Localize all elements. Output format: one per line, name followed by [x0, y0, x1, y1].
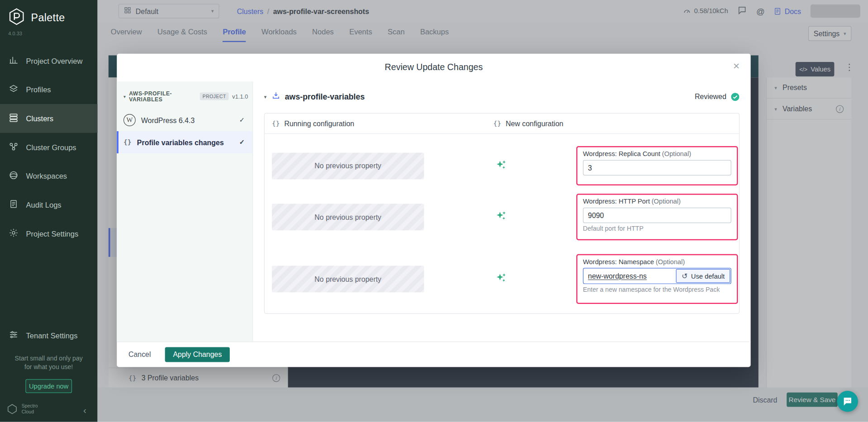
close-icon[interactable]: ×	[733, 60, 740, 72]
cancel-button[interactable]: Cancel	[128, 351, 151, 359]
sidebar-item-project-settings[interactable]: Project Settings	[0, 219, 97, 248]
use-default-button[interactable]: ↺ Use default	[676, 269, 730, 283]
sidebar-nav: Project Overview Profiles Clusters Clust…	[0, 47, 97, 248]
tree-item-label: Profile variables changes	[137, 138, 224, 146]
pack-title: aws-profile-variables	[285, 92, 365, 101]
upgrade-now-button[interactable]: Upgrade now	[25, 379, 72, 393]
use-default-label: Use default	[691, 272, 725, 280]
modal-profile-tree: ▾ AWS-PROFILE-VARIABLES PROJECT v1.1.0 W…	[117, 81, 253, 341]
profiles-icon	[9, 84, 19, 95]
running-configuration-column: {} Running configuration	[265, 119, 493, 128]
chat-bubble-icon	[842, 396, 853, 407]
palette-logo-icon	[8, 8, 25, 28]
spectro-cloud-brand: Spectro Cloud	[7, 403, 38, 415]
profile-version: v1.1.0	[232, 93, 248, 100]
tree-item-label: WordPress 6.4.3	[141, 116, 194, 124]
http-port-input[interactable]	[583, 208, 731, 223]
replica-count-input[interactable]	[583, 160, 731, 175]
namespace-input-group: ↺ Use default	[583, 268, 731, 284]
audit-logs-icon	[9, 199, 19, 210]
project-settings-gear-icon	[9, 228, 19, 239]
undo-icon: ↺	[682, 272, 688, 280]
review-update-changes-modal: Review Update Changes × ▾ AWS-PROFILE-VA…	[117, 54, 750, 367]
help-chat-button[interactable]	[837, 391, 859, 412]
clusters-icon	[9, 113, 19, 124]
new-configuration-column: {} New configuration	[493, 119, 563, 128]
change-row-http-port: No previous property Wordpress: HTTP Por…	[272, 194, 739, 240]
sidebar-item-label: Project Overview	[26, 57, 83, 65]
sidebar-item-project-overview[interactable]: Project Overview	[0, 47, 97, 76]
check-icon: ✓	[239, 116, 245, 124]
sidebar-item-workspaces[interactable]: Workspaces	[0, 161, 97, 190]
new-value-sparkle-icon	[495, 210, 507, 224]
sidebar-item-label: Tenant Settings	[26, 332, 78, 340]
no-previous-property-box: No previous property	[272, 152, 424, 179]
helper-text: Enter a new namespace for the Wordpress …	[583, 286, 731, 293]
sidebar: Palette 4.0.33 Project Overview Profiles	[0, 0, 97, 422]
palette-logo: Palette	[0, 0, 97, 29]
sidebar-item-cluster-groups[interactable]: Cluster Groups	[0, 133, 97, 162]
sidebar-item-audit-logs[interactable]: Audit Logs	[0, 190, 97, 219]
variable-label: Wordpress: Replica Count(Optional)	[583, 150, 731, 158]
scope-badge: PROJECT	[200, 92, 229, 100]
no-previous-property-box: No previous property	[272, 204, 424, 230]
project-overview-icon	[9, 55, 19, 66]
modal-header: Review Update Changes ×	[117, 54, 750, 81]
modal-body: ▾ AWS-PROFILE-VARIABLES PROJECT v1.1.0 W…	[117, 81, 750, 341]
pack-header: ▾ aws-profile-variables Reviewed	[264, 91, 740, 102]
tree-item-wordpress[interactable]: W WordPress 6.4.3 ✓	[117, 109, 252, 131]
modal-title: Review Update Changes	[385, 62, 483, 72]
sidebar-item-profiles[interactable]: Profiles	[0, 75, 97, 104]
profile-name: AWS-PROFILE-VARIABLES	[129, 90, 196, 102]
configuration-columns-header: {} Running configuration {} New configur…	[265, 114, 739, 134]
new-variable-replica-count: Wordpress: Replica Count(Optional)	[576, 146, 738, 185]
reviewed-status: Reviewed	[695, 92, 740, 101]
reviewed-label: Reviewed	[695, 92, 726, 100]
new-variable-http-port: Wordpress: HTTP Port(Optional) Default p…	[576, 194, 738, 240]
app-title: Palette	[31, 12, 65, 24]
workspaces-icon	[9, 171, 19, 181]
change-row-replica-count: No previous property Wordpress: Replica …	[272, 146, 739, 185]
change-row-namespace: No previous property Wordpress: Namespac…	[272, 254, 739, 304]
braces-icon: {}	[493, 119, 501, 127]
sidebar-item-label: Profiles	[26, 85, 51, 94]
variable-label: Wordpress: Namespace(Optional)	[583, 258, 731, 266]
tree-item-profile-variables[interactable]: {} Profile variables changes ✓	[117, 131, 252, 153]
new-value-sparkle-icon	[495, 272, 507, 286]
variable-label: Wordpress: HTTP Port(Optional)	[583, 198, 731, 205]
profile-tree-header[interactable]: ▾ AWS-PROFILE-VARIABLES PROJECT v1.1.0	[117, 86, 252, 109]
upgrade-promo-text: Start small and only pay for what you us…	[0, 354, 97, 371]
braces-icon: {}	[272, 119, 280, 127]
chevron-down-icon[interactable]: ▾	[264, 94, 267, 99]
wordpress-icon: W	[123, 114, 136, 126]
check-circle-icon	[731, 92, 740, 101]
sidebar-item-label: Clusters	[26, 114, 54, 123]
braces-icon: {}	[123, 138, 132, 146]
new-value-sparkle-icon	[495, 159, 507, 173]
tenant-settings-sliders-icon	[9, 330, 19, 341]
sidebar-item-tenant-settings[interactable]: Tenant Settings	[0, 321, 97, 350]
app-version: 4.0.33	[0, 29, 97, 40]
modal-footer: Cancel Apply Changes	[117, 341, 750, 367]
check-icon: ✓	[239, 138, 245, 146]
helper-text: Default port for HTTP	[583, 225, 731, 232]
sidebar-item-label: Cluster Groups	[26, 143, 76, 151]
no-previous-property-box: No previous property	[272, 266, 424, 292]
sidebar-item-label: Workspaces	[26, 172, 67, 180]
sidebar-item-label: Audit Logs	[26, 201, 62, 209]
cluster-groups-icon	[9, 142, 19, 152]
configuration-diff-box: {} Running configuration {} New configur…	[264, 113, 740, 314]
app-root: Palette 4.0.33 Project Overview Profiles	[0, 0, 868, 422]
sidebar-item-clusters[interactable]: Clusters	[0, 104, 97, 133]
chevron-down-icon: ▾	[123, 94, 126, 99]
sidebar-item-label: Project Settings	[26, 229, 79, 237]
spectro-cloud-logo-icon	[7, 403, 18, 414]
download-icon	[271, 91, 280, 102]
sidebar-collapse-icon[interactable]: ‹	[83, 405, 86, 416]
new-variable-namespace: Wordpress: Namespace(Optional) ↺ Use def…	[576, 254, 738, 304]
modal-content: ▾ aws-profile-variables Reviewed {} R	[253, 81, 750, 341]
apply-changes-button[interactable]: Apply Changes	[165, 347, 229, 362]
tenant-settings-wrap: Tenant Settings	[0, 321, 97, 350]
